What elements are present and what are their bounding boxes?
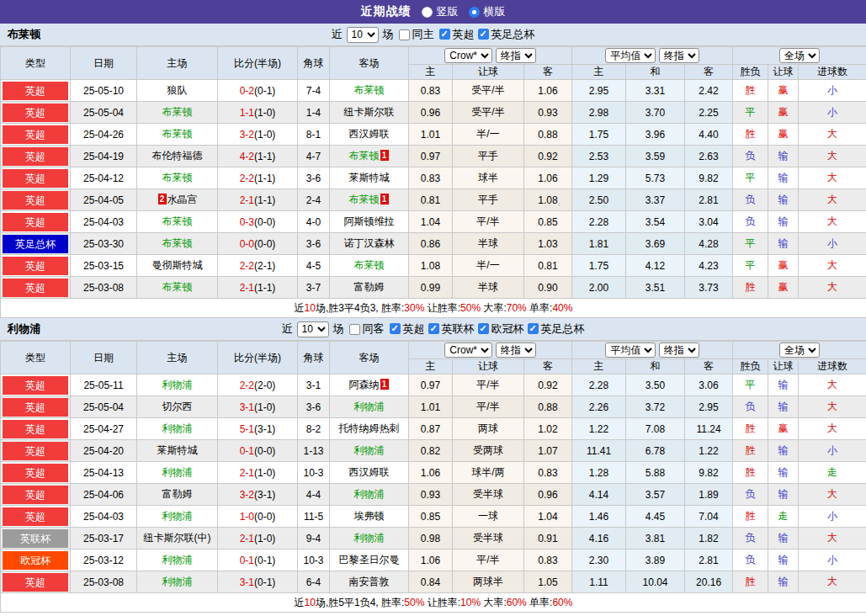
recent-count-select[interactable]: 10 (347, 27, 379, 43)
corners: 3-6 (298, 167, 330, 189)
recent-label: 近 (332, 27, 343, 42)
full-match-select[interactable]: 全场 (779, 343, 820, 358)
league-checkbox[interactable] (428, 323, 439, 334)
results-table: 类型 日期 主场 比分(半场) 角球 客场 Crow* 终指 平均值 终指 全场 (0, 46, 866, 318)
average-select[interactable]: 平均值 (605, 343, 656, 358)
odds-home: 0.96 (409, 102, 453, 124)
handicap-result: 赢 (768, 80, 799, 102)
same-venue-filter[interactable]: 同主 (399, 27, 434, 42)
handicap-result: 输 (768, 440, 799, 462)
match-row: 英超25-04-27利物浦5-1(3-1)8-2托特纳姆热刺0.87两球1.02… (1, 418, 866, 440)
league-filter[interactable]: 英足总杯 (528, 321, 585, 337)
same-away-checkbox[interactable] (349, 324, 360, 335)
odds-away: 0.81 (524, 255, 572, 277)
match-league: 英超 (1, 374, 71, 396)
handicap-result: 输 (768, 550, 799, 571)
odds-home: 1.04 (409, 211, 453, 233)
odds-handicap: 受平/半 (453, 102, 524, 124)
handicap-result: 输 (768, 146, 799, 167)
league-checkbox[interactable] (528, 323, 539, 334)
match-row: 英超25-04-052水晶宫2-1(1-1)2-4布莱顿10.81平手1.082… (1, 189, 866, 211)
match-row: 英超25-04-03利物浦1-0(0-0)11-5埃弗顿0.85一球1.041.… (1, 506, 866, 528)
avg-draw: 3.81 (626, 528, 685, 550)
handicap-result: 输 (768, 374, 799, 396)
col-corner: 角球 (298, 47, 330, 80)
avg-away: 2.95 (685, 396, 733, 418)
col-avg-draw: 和 (626, 65, 685, 80)
average-select[interactable]: 平均值 (605, 48, 656, 63)
goals-result: 小 (799, 506, 866, 528)
league-filter[interactable]: 英足总杯 (478, 27, 535, 42)
league-filter[interactable]: 英超 (439, 27, 475, 42)
match-row: 英超25-05-04布莱顿1-1(1-0)1-4纽卡斯尔联0.96受平/半0.9… (1, 102, 866, 124)
match-row: 欧冠杯25-03-12利物浦0-1(0-1)10-3巴黎圣日尔曼1.06平/半0… (1, 550, 866, 571)
goals-result: 小 (799, 102, 866, 124)
match-date: 25-03-08 (71, 277, 137, 299)
league-filter[interactable]: 英超 (390, 321, 425, 337)
away-team: 托特纳姆热刺 (330, 418, 409, 440)
corners: 3-1 (298, 374, 330, 396)
score: 1-0(0-0) (218, 506, 298, 528)
home-team: 利物浦 (137, 418, 218, 440)
odds-group-header: Crow* 终指 (409, 342, 572, 359)
home-team: 切尔西 (137, 396, 218, 418)
odds-company-select[interactable]: Crow* (444, 48, 492, 63)
corners: 8-1 (298, 124, 330, 146)
vertical-layout-radio[interactable] (422, 7, 433, 18)
odds-handicap: 受半球 (453, 484, 524, 506)
layout-horizontal-option[interactable]: 横版 (469, 4, 506, 19)
average-final-select[interactable]: 终指 (659, 343, 699, 358)
corners: 2-4 (298, 189, 330, 211)
home-team: 布莱顿 (137, 102, 218, 124)
col-goals: 进球数 (799, 65, 866, 80)
result: 负 (733, 146, 768, 167)
odds-company-select[interactable]: Crow* (444, 343, 492, 358)
handicap-result: 输 (768, 462, 799, 484)
full-match-select[interactable]: 全场 (779, 48, 820, 63)
score: 2-2(2-1) (218, 255, 298, 277)
col-home: 主场 (137, 342, 218, 374)
odds-handicap: 半/一 (453, 255, 524, 277)
col-date: 日期 (71, 342, 137, 374)
match-date: 25-05-10 (71, 80, 137, 102)
handicap-result: 走 (768, 506, 799, 528)
league-filter[interactable]: 欧冠杯 (478, 321, 524, 337)
col-handicap-result: 让球 (768, 359, 799, 374)
col-corner: 角球 (298, 342, 330, 374)
same-home-checkbox[interactable] (399, 29, 410, 40)
avg-home: 1.29 (572, 167, 626, 189)
goals-result: 大 (799, 396, 866, 418)
away-team: 布莱顿 (330, 80, 409, 102)
away-team: 布莱顿1 (330, 189, 409, 211)
avg-away: 3.73 (685, 277, 733, 299)
handicap-result: 赢 (768, 102, 799, 124)
league-checkbox[interactable] (478, 29, 489, 40)
odds-final-select[interactable]: 终指 (496, 343, 536, 358)
col-odds-away: 客 (524, 359, 572, 374)
avg-away: 1.22 (685, 440, 733, 462)
league-filter[interactable]: 英联杯 (428, 321, 475, 337)
average-final-select[interactable]: 终指 (659, 48, 699, 63)
avg-draw: 3.37 (626, 189, 685, 211)
odds-handicap: 半球 (453, 233, 524, 255)
result: 胜 (733, 80, 768, 102)
avg-draw: 3.59 (626, 146, 685, 167)
horizontal-layout-radio[interactable] (469, 7, 480, 18)
league-checkbox[interactable] (390, 323, 401, 334)
odds-final-select[interactable]: 终指 (496, 48, 536, 63)
col-odds-away: 客 (524, 65, 572, 80)
same-venue-filter[interactable]: 同客 (349, 321, 385, 337)
goals-result: 大 (799, 124, 866, 146)
home-team: 利物浦 (137, 571, 218, 593)
league-checkbox[interactable] (439, 29, 450, 40)
odds-home: 1.06 (409, 550, 453, 571)
layout-vertical-option[interactable]: 竖版 (422, 4, 459, 19)
match-date: 25-04-06 (71, 484, 137, 506)
result: 平 (733, 233, 768, 255)
home-team: 狼队 (137, 80, 218, 102)
recent-count-select[interactable]: 10 (297, 321, 329, 337)
odds-home: 0.86 (409, 233, 453, 255)
avg-draw: 3.89 (626, 550, 685, 571)
league-checkbox[interactable] (478, 323, 489, 334)
odds-away: 0.83 (524, 462, 572, 484)
